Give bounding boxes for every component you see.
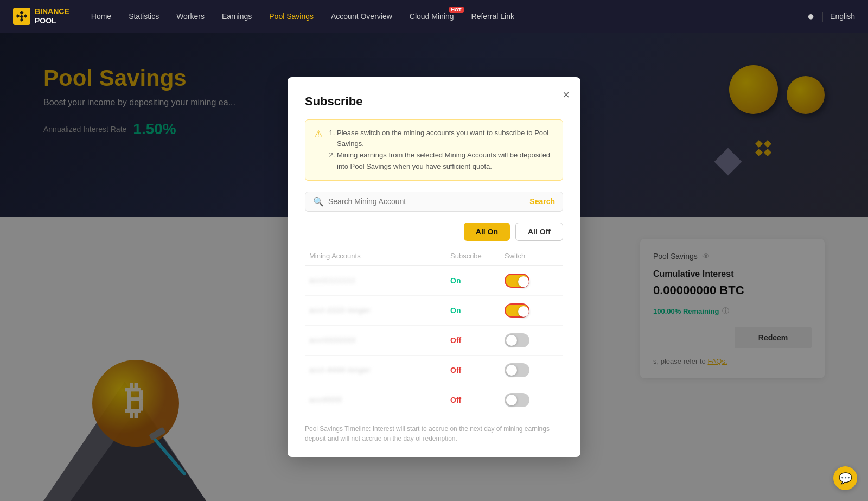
- chat-bubble-button[interactable]: 💬: [833, 466, 857, 490]
- timeline-text: Pool Savings Timeline: Interest will sta…: [305, 424, 563, 443]
- toggle-switch-1[interactable]: [505, 274, 529, 288]
- nav-workers[interactable]: Workers: [176, 12, 205, 21]
- nav-home[interactable]: Home: [91, 12, 111, 21]
- table-row: acct3333333 Off: [305, 326, 563, 356]
- account-name-4: acct-4444-longer: [309, 366, 450, 374]
- table-row: acct1111111 On: [305, 266, 563, 296]
- nav-statistics[interactable]: Statistics: [129, 12, 159, 21]
- modal-title: Subscribe: [305, 94, 563, 109]
- all-off-button[interactable]: All Off: [515, 223, 563, 241]
- nav-cloud-mining[interactable]: Cloud Mining HOT: [410, 12, 454, 21]
- status-4: Off: [450, 366, 505, 375]
- subscribe-modal: Subscribe × ⚠ Please switch on the minin…: [288, 77, 580, 457]
- toggle-switch-5[interactable]: [505, 393, 529, 407]
- nav-earnings[interactable]: Earnings: [222, 12, 252, 21]
- table-row: acct5555 Off: [305, 385, 563, 415]
- page-background: Pool Savings Boost your income by deposi…: [0, 33, 868, 501]
- toggle-switch-2[interactable]: [505, 303, 529, 318]
- modal-overlay[interactable]: Subscribe × ⚠ Please switch on the minin…: [0, 33, 868, 501]
- toggle-row: All On All Off: [305, 223, 563, 241]
- table-body: acct1111111 On acct-2222-longer On: [305, 266, 563, 415]
- warning-icon: ⚠: [314, 128, 323, 140]
- nav-account-overview[interactable]: Account Overview: [331, 12, 392, 21]
- search-row: 🔍 Search: [305, 192, 563, 212]
- all-on-button[interactable]: All On: [464, 223, 510, 241]
- toggle-switch-3[interactable]: [505, 333, 529, 347]
- navbar: BINANCE POOL Home Statistics Workers Ear…: [0, 0, 868, 33]
- account-name-5: acct5555: [309, 396, 450, 404]
- col-mining-accounts: Mining Accounts: [309, 252, 450, 260]
- info-box: ⚠ Please switch on the mining accounts y…: [305, 119, 563, 181]
- nav-links: Home Statistics Workers Earnings Pool Sa…: [91, 12, 807, 21]
- hot-badge: HOT: [449, 7, 464, 13]
- account-name-2: acct-2222-longer: [309, 306, 450, 314]
- logo-text: BINANCE POOL: [35, 7, 69, 26]
- status-1: On: [450, 276, 505, 285]
- toggle-switch-4[interactable]: [505, 363, 529, 377]
- account-icon[interactable]: ●: [807, 9, 814, 23]
- logo[interactable]: BINANCE POOL: [13, 7, 69, 26]
- col-subscribe: Subscribe: [450, 252, 505, 260]
- search-button[interactable]: Search: [529, 197, 555, 206]
- table-header: Mining Accounts Subscribe Switch: [305, 252, 563, 266]
- nav-pool-savings[interactable]: Pool Savings: [269, 12, 314, 21]
- nav-divider: |: [821, 11, 824, 22]
- language-selector[interactable]: English: [830, 12, 855, 21]
- account-name-3: acct3333333: [309, 336, 450, 344]
- status-3: Off: [450, 336, 505, 345]
- search-input[interactable]: [328, 197, 529, 206]
- binance-logo-icon: [13, 8, 30, 25]
- info-text: Please switch on the mining accounts you…: [328, 128, 554, 173]
- col-switch: Switch: [505, 252, 559, 260]
- status-5: Off: [450, 396, 505, 404]
- table-row: acct-4444-longer Off: [305, 356, 563, 385]
- table-row: acct-2222-longer On: [305, 296, 563, 326]
- status-2: On: [450, 306, 505, 315]
- chat-icon: 💬: [839, 472, 852, 485]
- account-name-1: acct1111111: [309, 276, 450, 284]
- nav-referral-link[interactable]: Referral Link: [471, 12, 514, 21]
- modal-close-button[interactable]: ×: [563, 88, 570, 102]
- search-icon: 🔍: [313, 196, 324, 207]
- nav-right: ● | English: [807, 9, 855, 23]
